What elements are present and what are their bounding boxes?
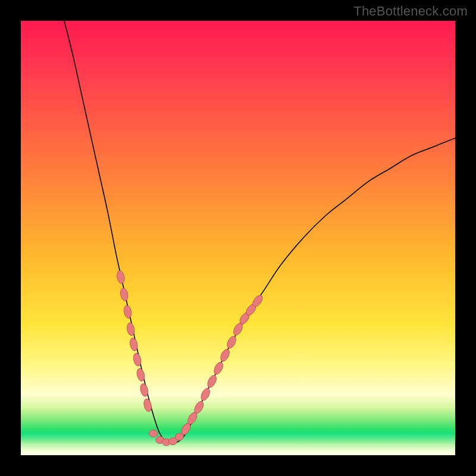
plot-area <box>21 21 455 455</box>
curve-layer <box>21 21 455 455</box>
bead <box>219 348 231 363</box>
bead <box>226 335 238 350</box>
beads-left <box>116 270 153 412</box>
bead <box>199 387 212 402</box>
bead <box>143 398 153 412</box>
bead <box>123 305 133 319</box>
bead <box>212 361 225 375</box>
chart-frame: TheBottleneck.com <box>0 0 476 476</box>
beads-right <box>180 293 265 436</box>
beads-bottom <box>149 430 184 446</box>
bead <box>206 374 218 389</box>
bead <box>116 270 126 284</box>
v-curve <box>64 21 455 443</box>
watermark-text: TheBottleneck.com <box>353 4 468 19</box>
bead <box>175 433 183 440</box>
bead <box>120 287 129 302</box>
bead <box>149 430 158 437</box>
